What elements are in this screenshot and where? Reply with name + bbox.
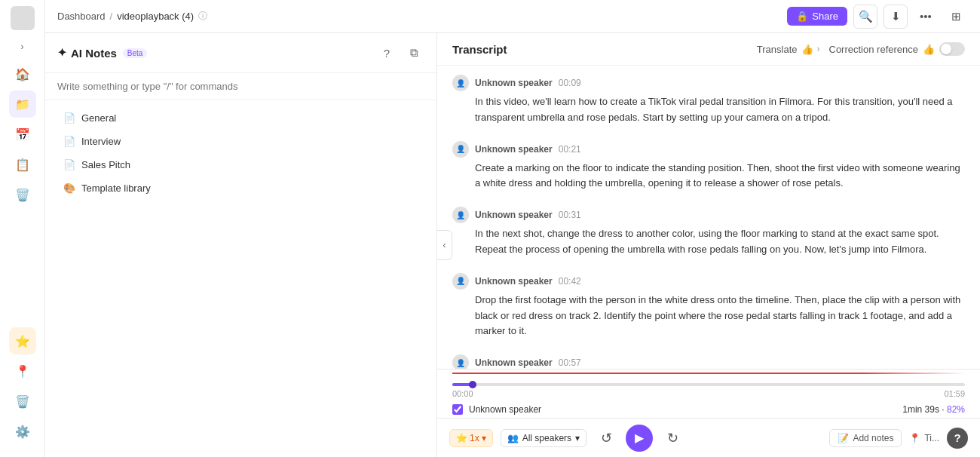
speaker-avatar: 👤 xyxy=(452,75,469,91)
sidebar-item-home[interactable]: 🏠 xyxy=(9,60,36,87)
breadcrumb-separator: / xyxy=(110,11,113,22)
speaker-filter-row: Unknown speaker 1min 39s · 82% xyxy=(437,401,980,418)
sidebar-item-list[interactable]: 📋 xyxy=(9,151,36,178)
ai-notes-panel: ✦ AI Notes Beta ? ⧉ 📄 General 📄 Intervie… xyxy=(45,33,437,457)
speakers-chevron: ▾ xyxy=(575,433,580,443)
tip-button[interactable]: 📍 Ti... xyxy=(909,433,939,443)
speed-chevron: ▾ xyxy=(482,433,486,443)
playhead-line xyxy=(452,373,965,374)
upgrade-badge[interactable]: ⭐ xyxy=(9,327,36,354)
speed-emoji: ⭐ xyxy=(456,433,467,443)
sidebar-collapse-btn[interactable]: › xyxy=(15,39,30,54)
correction-ref-emoji: 👍 xyxy=(923,44,935,55)
speaker-filter-checkbox[interactable] xyxy=(452,404,463,415)
sidebar-item-folder[interactable]: 📁 xyxy=(9,90,36,118)
topbar-actions: 🔒 Share 🔍 ⬇ ••• ⊞ xyxy=(787,5,968,29)
progress-dot xyxy=(469,381,476,388)
ai-notes-copy-icon[interactable]: ⧉ xyxy=(403,42,424,63)
speaker-line: 👤 Unknown speaker 00:57 xyxy=(452,354,965,369)
progress-bar[interactable] xyxy=(452,383,965,386)
speaker-line: 👤 Unknown speaker 00:09 xyxy=(452,75,965,91)
ai-notes-item-template-library[interactable]: 🎨 Template library xyxy=(57,178,424,198)
speaker-time: 00:09 xyxy=(559,78,581,88)
speed-button[interactable]: ⭐ 1x ▾ xyxy=(449,429,493,447)
rewind-button[interactable]: ↺ xyxy=(594,426,618,450)
progress-end: 01:59 xyxy=(944,389,965,398)
ai-notes-item-label: Sales Pitch xyxy=(81,159,130,170)
forward-button[interactable]: ↻ xyxy=(660,426,684,450)
progress-start: 00:00 xyxy=(452,389,473,398)
sidebar-item-location[interactable]: 📍 xyxy=(9,357,36,385)
breadcrumb-info-icon[interactable]: ⓘ xyxy=(198,10,207,23)
topbar: Dashboard / videoplayback (4) ⓘ 🔒 Share … xyxy=(45,0,980,33)
ai-notes-item-label: Template library xyxy=(81,182,151,194)
correction-reference-area: Correction reference 👍 xyxy=(829,42,966,56)
collapse-panel-button[interactable]: ‹ xyxy=(437,230,452,260)
sidebar-item-delete[interactable]: 🗑️ xyxy=(9,388,36,415)
sidebar-item-trash[interactable]: 🗑️ xyxy=(9,181,36,208)
speaker-name: Unknown speaker xyxy=(475,144,553,155)
transcript-body: 👤 Unknown speaker 00:09 In this video, w… xyxy=(437,66,980,369)
speaker-avatar: 👤 xyxy=(452,207,469,223)
translate-label: Translate xyxy=(757,44,798,55)
ai-notes-title-text: AI Notes xyxy=(71,47,117,60)
speed-label: 1x xyxy=(470,433,479,443)
translate-emoji: 👍 xyxy=(801,44,813,55)
sidebar-item-calendar[interactable]: 📅 xyxy=(9,121,36,148)
document-icon: 📄 xyxy=(63,159,75,170)
ai-notes-item-general[interactable]: 📄 General xyxy=(57,108,424,128)
speaker-avatar: 👤 xyxy=(452,273,469,290)
transcript-entry: 👤 Unknown speaker 00:09 In this video, w… xyxy=(452,75,965,126)
play-button[interactable]: ▶ xyxy=(626,425,653,452)
transcript-text: Drop the first footage with the person i… xyxy=(452,293,965,339)
toggle-knob xyxy=(941,44,951,54)
ai-notes-help-icon[interactable]: ? xyxy=(376,42,397,63)
ai-notes-input-area[interactable] xyxy=(45,73,436,100)
ai-notes-item-label: Interview xyxy=(81,136,121,147)
speakers-label: All speakers xyxy=(522,433,571,443)
sparkle-icon: ✦ xyxy=(57,46,67,60)
ai-notes-item-interview[interactable]: 📄 Interview xyxy=(57,131,424,152)
ai-notes-title: ✦ AI Notes xyxy=(57,46,117,60)
ai-notes-item-sales-pitch[interactable]: 📄 Sales Pitch xyxy=(57,155,424,175)
speaker-time: 00:57 xyxy=(559,357,581,368)
help-button[interactable]: ? xyxy=(947,428,968,449)
transcript-header: Transcript Translate 👍 › Correction refe… xyxy=(437,33,980,66)
transcript-entry: 👤 Unknown speaker 00:57 xyxy=(452,354,965,369)
share-label: Share xyxy=(812,11,838,22)
download-button[interactable]: ⬇ xyxy=(884,5,908,29)
transcript-text: In this video, we'll learn how to create… xyxy=(452,94,965,126)
chevron-right-icon: › xyxy=(817,44,820,54)
transcript-text: In the next shot, change the dress to an… xyxy=(452,226,965,258)
palette-icon: 🎨 xyxy=(63,182,75,194)
ai-notes-header: ✦ AI Notes Beta ? ⧉ xyxy=(45,33,436,73)
ai-notes-item-label: General xyxy=(81,112,116,124)
avatar xyxy=(11,6,35,30)
add-notes-button[interactable]: 📝 Add notes xyxy=(829,429,902,447)
playback-bar: ⭐ 1x ▾ 👥 All speakers ▾ ↺ ▶ ↻ 📝 xyxy=(437,418,980,457)
speaker-time: 00:21 xyxy=(559,144,581,155)
speaker-filter-info: 1min 39s · 82% xyxy=(902,404,965,415)
speaker-percentage: 82% xyxy=(947,404,965,415)
speaker-name: Unknown speaker xyxy=(475,357,553,368)
search-button[interactable]: 🔍 xyxy=(853,5,877,29)
transcript-title: Transcript xyxy=(452,43,507,56)
correction-ref-toggle[interactable] xyxy=(939,42,965,56)
speaker-line: 👤 Unknown speaker 00:21 xyxy=(452,141,965,158)
speaker-name: Unknown speaker xyxy=(475,276,553,287)
more-options-button[interactable]: ••• xyxy=(914,5,938,29)
speakers-dropdown[interactable]: 👥 All speakers ▾ xyxy=(501,429,586,447)
breadcrumb-dashboard[interactable]: Dashboard xyxy=(57,11,106,22)
progress-times: 00:00 01:59 xyxy=(452,389,965,398)
speaker-filter-name: Unknown speaker xyxy=(469,404,541,415)
share-button[interactable]: 🔒 Share xyxy=(787,7,847,26)
transcript-entry: 👤 Unknown speaker 00:31 In the next shot… xyxy=(452,207,965,258)
translate-button[interactable]: Translate 👍 › xyxy=(757,44,820,55)
document-icon: 📄 xyxy=(63,136,75,147)
grid-view-button[interactable]: ⊞ xyxy=(944,5,968,29)
ai-notes-items-list: 📄 General 📄 Interview 📄 Sales Pitch 🎨 Te… xyxy=(45,100,436,206)
ai-notes-text-input[interactable] xyxy=(57,81,424,92)
speaker-name: Unknown speaker xyxy=(475,210,553,220)
transcript-text: Create a marking on the floor to indicat… xyxy=(452,161,965,192)
sidebar-item-settings[interactable]: ⚙️ xyxy=(9,418,36,445)
